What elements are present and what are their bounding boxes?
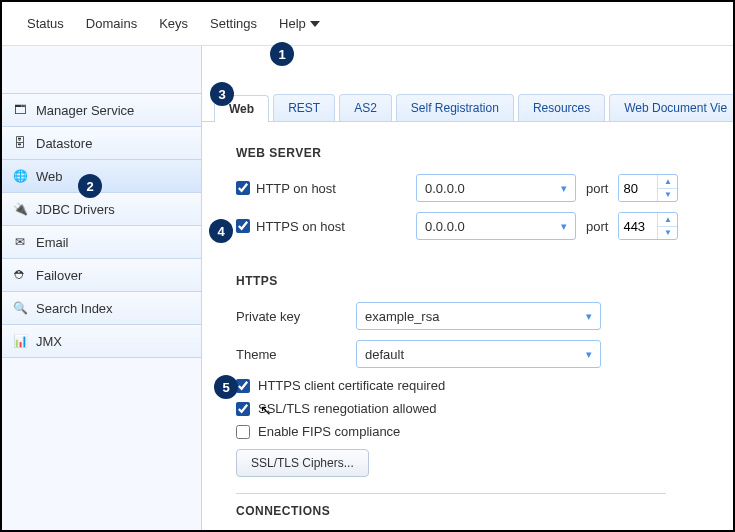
port-label: port <box>586 181 608 196</box>
tab-web-document-viewer[interactable]: Web Document Vie <box>609 94 733 121</box>
sidebar-item-label: Email <box>36 235 69 250</box>
sidebar-item-label: Manager Service <box>36 103 134 118</box>
window-icon: 🗔 <box>12 102 28 118</box>
callout-3: 3 <box>210 82 234 106</box>
chevron-down-icon: ▾ <box>561 182 567 195</box>
renegotiation-checkbox[interactable] <box>236 402 250 416</box>
spinner-up-icon[interactable]: ▲ <box>658 175 677 189</box>
theme-value: default <box>365 347 404 362</box>
fips-label: Enable FIPS compliance <box>258 424 400 439</box>
globe-icon: 🌐 <box>12 168 28 184</box>
https-on-host-checkbox[interactable] <box>236 219 250 233</box>
connections-heading: CONNECTIONS <box>236 504 721 518</box>
content-area: Web REST AS2 Self Registration Resources… <box>202 46 733 530</box>
tab-self-registration[interactable]: Self Registration <box>396 94 514 121</box>
tab-as2[interactable]: AS2 <box>339 94 392 121</box>
sidebar-item-label: Datastore <box>36 136 92 151</box>
callout-2: 2 <box>78 174 102 198</box>
theme-combo[interactable]: default ▾ <box>356 340 601 368</box>
nav-settings[interactable]: Settings <box>210 16 257 31</box>
tabstrip: Web REST AS2 Self Registration Resources… <box>202 94 733 122</box>
http-port-input[interactable] <box>619 175 657 201</box>
mail-icon: ✉ <box>12 234 28 250</box>
client-cert-label: HTTPS client certificate required <box>258 378 445 393</box>
sidebar-item-email[interactable]: ✉ Email <box>2 225 201 259</box>
private-key-label: Private key <box>236 309 356 324</box>
lifebuoy-icon: ⛑ <box>12 267 28 283</box>
private-key-value: example_rsa <box>365 309 439 324</box>
https-port-input[interactable] <box>619 213 657 239</box>
http-on-host-label: HTTP on host <box>256 181 336 196</box>
spinner-arrows: ▲ ▼ <box>657 213 677 239</box>
sidebar-item-label: Failover <box>36 268 82 283</box>
port-label: port <box>586 219 608 234</box>
nav-domains[interactable]: Domains <box>86 16 137 31</box>
top-nav: Status Domains Keys Settings Help <box>2 2 733 46</box>
sidebar: 🗔 Manager Service 🗄 Datastore 🌐 Web 🔌 JD… <box>2 46 202 530</box>
web-panel: WEB SERVER HTTP on host 0.0.0.0 ▾ port ▲… <box>202 122 733 530</box>
http-port-spinner[interactable]: ▲ ▼ <box>618 174 678 202</box>
sidebar-item-jmx[interactable]: 📊 JMX <box>2 324 201 358</box>
nav-status[interactable]: Status <box>27 16 64 31</box>
http-on-host-checkbox[interactable] <box>236 181 250 195</box>
ssl-tls-ciphers-button[interactable]: SSL/TLS Ciphers... <box>236 449 369 477</box>
https-on-host-row: HTTPS on host <box>236 219 416 234</box>
sidebar-item-failover[interactable]: ⛑ Failover <box>2 258 201 292</box>
chevron-down-icon: ▾ <box>561 220 567 233</box>
spinner-arrows: ▲ ▼ <box>657 175 677 201</box>
chart-icon: 📊 <box>12 333 28 349</box>
https-port-spinner[interactable]: ▲ ▼ <box>618 212 678 240</box>
chevron-down-icon: ▾ <box>586 348 592 361</box>
plug-icon: 🔌 <box>12 201 28 217</box>
sidebar-item-jdbc-drivers[interactable]: 🔌 JDBC Drivers <box>2 192 201 226</box>
web-server-heading: WEB SERVER <box>236 146 721 160</box>
chevron-down-icon: ▾ <box>586 310 592 323</box>
sidebar-item-datastore[interactable]: 🗄 Datastore <box>2 126 201 160</box>
nav-help-label: Help <box>279 16 306 31</box>
nav-keys[interactable]: Keys <box>159 16 188 31</box>
http-host-combo[interactable]: 0.0.0.0 ▾ <box>416 174 576 202</box>
sidebar-item-manager-service[interactable]: 🗔 Manager Service <box>2 93 201 127</box>
sidebar-item-label: Search Index <box>36 301 113 316</box>
https-host-value: 0.0.0.0 <box>425 219 465 234</box>
sidebar-item-label: JMX <box>36 334 62 349</box>
spinner-down-icon[interactable]: ▼ <box>658 227 677 240</box>
search-icon: 🔍 <box>12 300 28 316</box>
http-host-value: 0.0.0.0 <box>425 181 465 196</box>
database-icon: 🗄 <box>12 135 28 151</box>
tab-resources[interactable]: Resources <box>518 94 605 121</box>
divider <box>236 493 666 494</box>
chevron-down-icon <box>310 21 320 27</box>
http-on-host-row: HTTP on host <box>236 181 416 196</box>
spinner-up-icon[interactable]: ▲ <box>658 213 677 227</box>
theme-label: Theme <box>236 347 356 362</box>
callout-4: 4 <box>209 219 233 243</box>
private-key-combo[interactable]: example_rsa ▾ <box>356 302 601 330</box>
tab-rest[interactable]: REST <box>273 94 335 121</box>
https-heading: HTTPS <box>236 274 721 288</box>
fips-checkbox[interactable] <box>236 425 250 439</box>
sidebar-item-label: Web <box>36 169 63 184</box>
sidebar-item-label: JDBC Drivers <box>36 202 115 217</box>
spinner-down-icon[interactable]: ▼ <box>658 189 677 202</box>
sidebar-item-search-index[interactable]: 🔍 Search Index <box>2 291 201 325</box>
callout-5: 5 <box>214 375 238 399</box>
https-host-combo[interactable]: 0.0.0.0 ▾ <box>416 212 576 240</box>
callout-1: 1 <box>270 42 294 66</box>
renegotiation-label: SSL/TLS renegotiation allowed <box>258 401 437 416</box>
client-cert-checkbox[interactable] <box>236 379 250 393</box>
nav-help[interactable]: Help <box>279 16 320 31</box>
https-on-host-label: HTTPS on host <box>256 219 345 234</box>
